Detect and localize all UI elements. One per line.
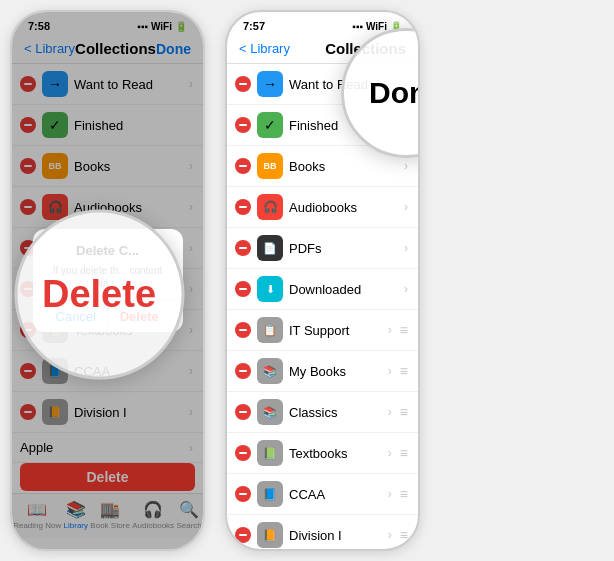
dialog-delete-btn[interactable]: Delete [108,301,171,332]
chevron-icon: › [388,446,392,460]
item-label: PDFs [289,241,398,256]
item-label: Books [289,159,398,174]
remove-btn[interactable] [235,281,251,297]
list-item[interactable]: 📚 Classics › ≡ [227,392,418,433]
chevron-icon: › [404,200,408,214]
dialog-title: Delete C... [45,243,171,258]
item-icon: 📋 [257,317,283,343]
item-label: IT Support [289,323,382,338]
item-label: Downloaded [289,282,398,297]
remove-btn[interactable] [235,158,251,174]
dialog-cancel-btn[interactable]: Cancel [45,301,109,332]
remove-btn[interactable] [235,117,251,133]
chevron-icon: › [388,487,392,501]
list-item[interactable]: 📘 CCAA › ≡ [227,474,418,515]
list-item[interactable]: → Want to Read › [227,64,418,105]
list-item[interactable]: 📙 Division I › ≡ [227,515,418,551]
item-icon: 🎧 [257,194,283,220]
remove-btn[interactable] [235,404,251,420]
item-icon: 📙 [257,522,283,548]
remove-btn[interactable] [235,363,251,379]
remove-btn[interactable] [235,445,251,461]
chevron-icon: › [388,405,392,419]
list-item[interactable]: 🎧 Audiobooks › [227,187,418,228]
item-label: Audiobooks [289,200,398,215]
item-icon: ✓ [257,112,283,138]
dialog-actions: Cancel Delete [45,301,171,332]
item-icon: → [257,71,283,97]
list-item[interactable]: ✓ Finished [227,105,418,146]
chevron-icon: › [404,241,408,255]
reorder-icon: ≡ [400,363,408,379]
list-item[interactable]: BB Books › [227,146,418,187]
chevron-icon: › [388,528,392,542]
item-label: Classics [289,405,382,420]
remove-btn[interactable] [235,486,251,502]
item-label: Division I [289,528,382,543]
list-item[interactable]: 📗 Textbooks › ≡ [227,433,418,474]
nav-title-right: Collections [325,40,406,57]
collection-list-right: → Want to Read › ✓ Finished BB Books › 🎧 [227,64,418,551]
dialog-overlay: Delete C... If you delete th... content … [12,12,203,549]
reorder-icon: ≡ [400,445,408,461]
item-icon: 📚 [257,358,283,384]
list-item[interactable]: 📋 IT Support › ≡ [227,310,418,351]
item-label: Textbooks [289,446,382,461]
item-icon: 📗 [257,440,283,466]
list-item[interactable]: 📚 My Books › ≡ [227,351,418,392]
remove-btn[interactable] [235,322,251,338]
item-icon: 📄 [257,235,283,261]
status-time-right: 7:57 [243,20,265,32]
list-item[interactable]: 📄 PDFs › [227,228,418,269]
remove-btn[interactable] [235,76,251,92]
reorder-icon: ≡ [400,404,408,420]
list-item[interactable]: ⬇ Downloaded › [227,269,418,310]
right-phone: 7:57 ▪▪▪ WiFi 🔋 < Library Collections → … [225,10,420,551]
item-icon: 📚 [257,399,283,425]
chevron-icon: › [388,323,392,337]
reorder-icon: ≡ [400,322,408,338]
remove-btn[interactable] [235,240,251,256]
reorder-icon: ≡ [400,486,408,502]
dialog-body: If you delete th... content wi... [45,264,171,290]
nav-bar-right: < Library Collections [227,36,418,64]
item-label: My Books [289,364,382,379]
status-icons-right: ▪▪▪ WiFi 🔋 [352,21,402,32]
signal-icon-right: ▪▪▪ [352,21,363,32]
item-label: Want to Read [289,77,398,92]
remove-btn[interactable] [235,199,251,215]
item-icon: BB [257,153,283,179]
item-icon: 📘 [257,481,283,507]
left-phone: 7:58 ▪▪▪ WiFi 🔋 < Library Collections Do… [10,10,205,551]
chevron-icon: › [404,282,408,296]
chevron-icon: › [388,364,392,378]
chevron-icon: › [404,159,408,173]
chevron-icon: › [404,77,408,91]
item-icon-downloaded: ⬇ [257,276,283,302]
item-label: Finished [289,118,408,133]
status-bar-right: 7:57 ▪▪▪ WiFi 🔋 [227,12,418,36]
reorder-icon: ≡ [400,527,408,543]
remove-btn[interactable] [235,527,251,543]
back-button-right[interactable]: < Library [239,41,290,56]
delete-dialog: Delete C... If you delete th... content … [33,229,183,332]
item-label: CCAA [289,487,382,502]
battery-icon-right: 🔋 [390,21,402,32]
wifi-icon-right: WiFi [366,21,387,32]
